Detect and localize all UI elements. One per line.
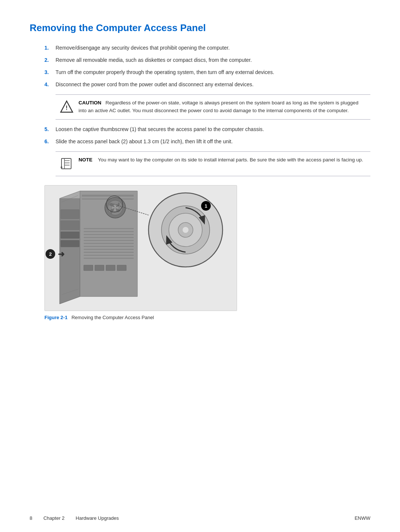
figure-caption-label: Figure 2-1 (44, 315, 67, 320)
steps-list: 1. Remove/disengage any security devices… (44, 44, 370, 88)
page-footer: 8 Chapter 2 Hardware Upgrades ENWW (30, 515, 370, 521)
svg-rect-22 (84, 228, 134, 229)
caution-box: ! CAUTION Regardless of the power-on sta… (56, 94, 370, 120)
svg-rect-35 (106, 265, 115, 271)
step-number-1: 1. (44, 44, 56, 52)
svg-text:1: 1 (204, 203, 207, 209)
step-text-3: Turn off the computer properly through t… (56, 68, 370, 76)
svg-rect-19 (61, 221, 79, 230)
svg-rect-28 (84, 246, 134, 247)
svg-rect-33 (84, 265, 93, 271)
caution-text: CAUTION Regardless of the power-on state… (79, 99, 364, 115)
step-text-1: Remove/disengage any security devices th… (56, 44, 370, 52)
step-number-4: 4. (44, 81, 56, 88)
step-text-2: Remove all removable media, such as disk… (56, 56, 370, 64)
footer-page-number: 8 (30, 515, 32, 521)
svg-point-46 (183, 227, 189, 233)
step-2: 2. Remove all removable media, such as d… (44, 56, 370, 64)
footer-chapter-title: Hardware Upgrades (76, 515, 119, 521)
footer-left: 8 Chapter 2 Hardware Upgrades (30, 515, 119, 521)
step-number-6: 6. (44, 138, 56, 145)
svg-rect-18 (61, 210, 79, 219)
svg-text:!: ! (66, 105, 67, 111)
figure-container: 2 ➜ 1 (44, 185, 370, 320)
step-number-2: 2. (44, 56, 56, 64)
step-4: 4. Disconnect the power cord from the po… (44, 81, 370, 88)
caution-body: Regardless of the power-on state, voltag… (79, 100, 359, 113)
svg-rect-25 (84, 237, 134, 238)
step-text-4: Disconnect the power cord from the power… (56, 81, 370, 88)
svg-rect-20 (61, 232, 79, 238)
svg-rect-23 (84, 231, 134, 232)
svg-rect-31 (84, 255, 134, 256)
svg-rect-26 (84, 240, 134, 241)
step-5: 5. Loosen the captive thumbscrew (1) tha… (44, 126, 370, 133)
note-pencil-icon (60, 157, 73, 171)
step-text-5: Loosen the captive thumbscrew (1) that s… (56, 126, 370, 133)
svg-text:➜: ➜ (58, 250, 64, 259)
svg-rect-36 (117, 265, 126, 271)
note-text: NOTE You may want to lay the computer on… (79, 156, 363, 164)
svg-rect-30 (84, 252, 134, 253)
svg-rect-32 (84, 258, 134, 259)
footer-chapter: Chapter 2 (43, 515, 64, 521)
caution-triangle-icon: ! (60, 100, 73, 114)
svg-rect-27 (84, 243, 134, 244)
svg-rect-2 (61, 158, 71, 169)
svg-text:2: 2 (49, 251, 51, 257)
footer-right: ENWW (354, 515, 370, 521)
step-number-5: 5. (44, 126, 56, 133)
steps-list-2: 5. Loosen the captive thumbscrew (1) tha… (44, 126, 370, 145)
figure-caption: Figure 2-1 Removing the Computer Access … (44, 315, 154, 320)
step-text-6: Slide the access panel back (2) about 1.… (56, 138, 370, 145)
step-6: 6. Slide the access panel back (2) about… (44, 138, 370, 145)
note-body: You may want to lay the computer on its … (98, 157, 363, 163)
svg-rect-21 (61, 240, 79, 247)
svg-rect-29 (84, 249, 134, 250)
svg-rect-12 (82, 195, 134, 197)
svg-rect-34 (95, 265, 104, 271)
step-number-3: 3. (44, 68, 56, 76)
footer-region: ENWW (354, 515, 370, 521)
step-3: 3. Turn off the computer properly throug… (44, 68, 370, 76)
page-title: Removing the Computer Access Panel (30, 22, 370, 34)
note-box: NOTE You may want to lay the computer on… (56, 151, 370, 176)
note-label: NOTE (79, 157, 93, 163)
computer-illustration: 2 ➜ 1 (45, 185, 237, 311)
caution-label: CAUTION (79, 100, 101, 106)
figure-image: 2 ➜ 1 (44, 185, 237, 311)
step-1: 1. Remove/disengage any security devices… (44, 44, 370, 52)
svg-rect-24 (84, 234, 134, 235)
svg-marker-7 (60, 191, 80, 304)
figure-caption-text: Removing the Computer Access Panel (71, 315, 154, 320)
